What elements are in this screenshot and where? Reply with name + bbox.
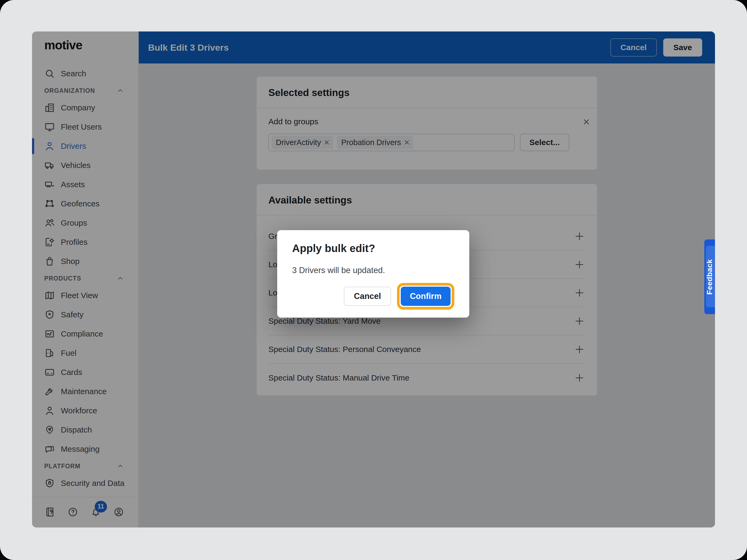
dialog-body: 3 Drivers will be updated. — [292, 266, 454, 275]
confirm-focus-ring: Confirm — [397, 283, 454, 310]
dialog-confirm-button[interactable]: Confirm — [401, 287, 450, 306]
feedback-tab[interactable]: Feedback — [704, 239, 715, 314]
dialog-cancel-button[interactable]: Cancel — [344, 287, 391, 306]
dialog-title: Apply bulk edit? — [292, 242, 454, 255]
app-window: motive Search ORGANIZATION Company F — [32, 31, 715, 528]
dialog-footer: Cancel Confirm — [292, 283, 454, 310]
feedback-tab-label: Feedback — [704, 239, 715, 314]
apply-bulk-edit-dialog: Apply bulk edit? 3 Drivers will be updat… — [277, 230, 469, 318]
desktop-background: motive Search ORGANIZATION Company F — [0, 0, 747, 560]
